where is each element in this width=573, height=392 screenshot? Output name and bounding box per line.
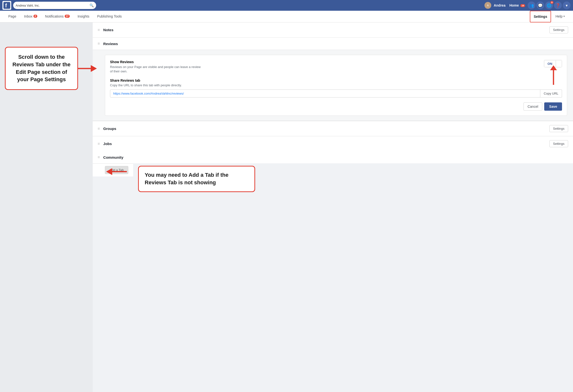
nav-publishing-tools[interactable]: Publishing Tools [94, 11, 125, 22]
cancel-button[interactable]: Cancel [523, 102, 542, 111]
nav-notifications-label: Notifications [45, 14, 64, 18]
chevron-down-icon: ▾ [566, 3, 568, 8]
inbox-badge: 2 [34, 15, 37, 18]
friends-icon: 👥 [529, 3, 534, 8]
groups-settings-button[interactable]: Settings [549, 125, 568, 132]
reviews-section-row: ≡ Reviews [93, 37, 573, 50]
action-row: Cancel Save [110, 102, 562, 111]
reviews-card: Show Reviews Reviews on your Page are vi… [105, 55, 567, 116]
left-panel: ↖ Scroll down to the Reviews Tab under t… [0, 22, 93, 392]
svg-marker-3 [91, 65, 97, 72]
right-content: ≡ Notes Settings ≡ Reviews Show Reviews … [93, 22, 573, 392]
toggle-container: ON [544, 60, 562, 67]
nav-page-label: Page [8, 14, 16, 18]
bottom-annotation-text: You may need to Add a Tab if the Reviews… [145, 171, 249, 187]
arrow-to-add-tab [105, 164, 127, 179]
help-dropdown-icon: ▾ [563, 15, 565, 17]
dropdown-icon-btn[interactable]: ▾ [563, 1, 571, 9]
reviews-drag-icon: ≡ [98, 41, 100, 46]
nav-insights[interactable]: Insights [74, 11, 93, 22]
community-area: ≡ Community Add a Tab You may need to Ad… [93, 151, 573, 195]
groups-title: Groups [103, 127, 549, 131]
annotation-text: Scroll down to the Reviews Tab under the… [11, 53, 72, 83]
nav-help[interactable]: Help ▾ [552, 11, 568, 22]
svg-text:f: f [5, 2, 7, 9]
add-tab-area: Add a Tab You may need to Add a Tab if t… [93, 163, 573, 195]
messenger-icon-btn[interactable]: 💬 [537, 1, 544, 9]
notes-section-row: ≡ Notes Settings [93, 22, 573, 37]
url-row: Copy URL [110, 89, 562, 98]
help-icon-btn[interactable]: ❓ [554, 1, 562, 9]
jobs-section-row: ≡ Jobs Settings [93, 136, 573, 151]
avatar: A [484, 2, 491, 9]
bottom-annotation-box: You may need to Add a Tab if the Reviews… [138, 166, 255, 192]
jobs-title: Jobs [103, 142, 549, 146]
notifications-badge: 17 [65, 15, 70, 18]
nav-settings[interactable]: Settings [530, 11, 551, 22]
jobs-settings-button[interactable]: Settings [549, 140, 568, 147]
home-label: Home 19 [509, 3, 525, 7]
home-badge: 19 [520, 4, 525, 7]
nav-publishing-tools-label: Publishing Tools [97, 14, 122, 18]
svg-marker-7 [106, 168, 112, 175]
nav-insights-label: Insights [78, 14, 89, 18]
community-section-row: ≡ Community [93, 151, 573, 163]
share-reviews-label: Share Reviews tab [110, 79, 562, 82]
show-reviews-desc: Reviews on your Page are visible and peo… [110, 65, 203, 74]
arrow-right-annotation [77, 64, 97, 73]
notes-title: Notes [103, 28, 549, 32]
search-bar[interactable]: 🔍 [13, 2, 96, 9]
share-reviews-section: Share Reviews tab Copy the URL to share … [110, 79, 562, 111]
community-title: Community [103, 155, 568, 159]
globe-icon: 🌐 [547, 3, 552, 8]
arrow-up-to-toggle [547, 65, 560, 85]
reviews-expanded-panel: Show Reviews Reviews on your Page are vi… [93, 50, 573, 121]
save-button[interactable]: Save [544, 102, 562, 111]
reviews-title: Reviews [103, 42, 568, 46]
jobs-drag-icon: ≡ [98, 142, 100, 146]
search-icon: 🔍 [90, 3, 94, 7]
top-nav: f 🔍 A Andrea Home 19 👥 💬 🌐 9 ❓ ▾ [0, 0, 573, 11]
show-reviews-label: Show Reviews [110, 60, 203, 64]
nav-settings-label: Settings [534, 15, 547, 18]
friends-icon-btn[interactable]: 👥 [528, 1, 536, 9]
show-reviews-left: Show Reviews Reviews on your Page are vi… [110, 60, 203, 74]
nav-right: A Andrea Home 19 👥 💬 🌐 9 ❓ ▾ [484, 1, 571, 9]
nav-inbox-label: Inbox [24, 14, 33, 18]
groups-section-row: ≡ Groups Settings [93, 121, 573, 136]
show-reviews-row: Show Reviews Reviews on your Page are vi… [110, 60, 562, 74]
facebook-logo: f [2, 1, 11, 10]
copy-url-button[interactable]: Copy URL [540, 89, 562, 98]
nav-inbox[interactable]: Inbox 2 [21, 11, 41, 22]
user-name: Andrea [494, 3, 505, 7]
search-input[interactable] [16, 4, 88, 7]
community-drag-icon: ≡ [98, 155, 100, 159]
page-nav: Page Inbox 2 Notifications 17 Insights P… [0, 11, 573, 22]
question-icon: ❓ [555, 3, 560, 8]
nav-help-label: Help [555, 14, 562, 18]
notifications-badge: 9 [550, 1, 554, 4]
messenger-icon: 💬 [538, 3, 543, 8]
notes-settings-button[interactable]: Settings [549, 26, 568, 34]
reviews-url-input[interactable] [110, 89, 540, 98]
share-reviews-desc: Copy the URL to share this tab with peop… [110, 83, 562, 87]
groups-drag-icon: ≡ [98, 127, 100, 131]
nav-page[interactable]: Page [5, 11, 20, 22]
main-layout: ↖ Scroll down to the Reviews Tab under t… [0, 22, 573, 392]
nav-notifications[interactable]: Notifications 17 [42, 11, 73, 22]
scroll-annotation-box: Scroll down to the Reviews Tab under the… [5, 47, 78, 90]
notifications-icon-btn[interactable]: 🌐 9 [545, 1, 553, 9]
notes-drag-icon: ≡ [98, 28, 100, 32]
svg-marker-5 [550, 65, 557, 70]
